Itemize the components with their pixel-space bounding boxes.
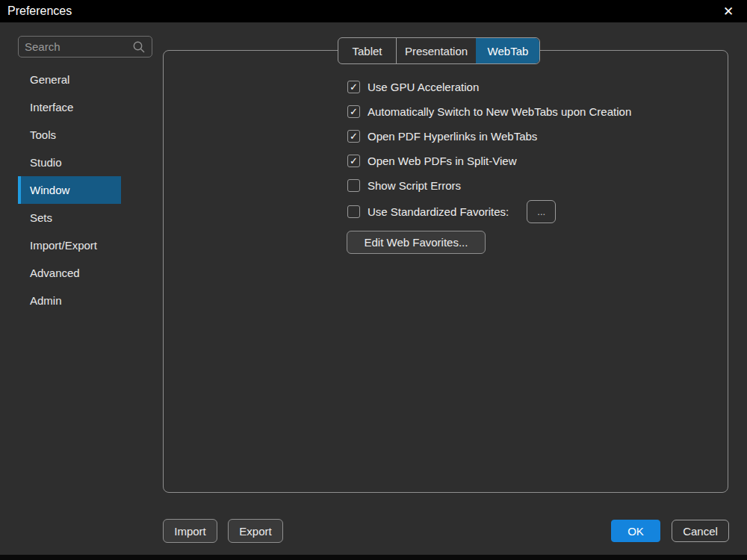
browse-favorites-button[interactable]: ...	[527, 200, 556, 223]
cancel-button[interactable]: Cancel	[672, 520, 729, 542]
sidebar-item-general[interactable]: General	[18, 66, 121, 93]
checkbox-label: Open Web PDFs in Split-View	[368, 155, 517, 167]
sidebar-item-tools[interactable]: Tools	[18, 121, 121, 149]
tab-tablet[interactable]: Tablet	[338, 38, 396, 63]
sidebar-item-interface[interactable]: Interface	[18, 93, 121, 121]
search-box[interactable]	[18, 36, 152, 57]
sidebar-item-window[interactable]: Window	[18, 176, 121, 204]
checkbox-label: Open PDF Hyperlinks in WebTabs	[368, 130, 537, 143]
tab-label: WebTab	[488, 45, 529, 57]
tab-label: Tablet	[352, 45, 382, 57]
checkbox-label: Automatically Switch to New WebTabs upon…	[368, 105, 631, 118]
gpu-acceleration-checkbox[interactable]	[347, 81, 360, 93]
sidebar-item-label: Import/Export	[30, 239, 97, 252]
checkbox-label: Show Script Errors	[368, 179, 461, 192]
web-pdfs-splitview-checkbox[interactable]	[347, 155, 360, 167]
setting-row: Use GPU Acceleration	[347, 75, 631, 99]
tab-webtab[interactable]: WebTab	[476, 38, 539, 63]
webtab-settings: Use GPU Acceleration Automatically Switc…	[347, 75, 631, 225]
export-button[interactable]: Export	[228, 519, 283, 543]
sidebar-item-studio[interactable]: Studio	[18, 149, 121, 176]
import-button[interactable]: Import	[163, 519, 217, 543]
search-icon	[132, 40, 146, 54]
window-title: Preferences	[7, 4, 72, 18]
tab-presentation[interactable]: Presentation	[396, 38, 476, 63]
setting-row: Open Web PDFs in Split-View	[347, 149, 631, 173]
ok-button[interactable]: OK	[611, 520, 660, 542]
checkbox-label: Use Standardized Favorites:	[368, 205, 509, 218]
checkbox-label: Use GPU Acceleration	[368, 81, 479, 93]
title-bar: Preferences ✕	[0, 0, 747, 22]
sidebar-item-label: Sets	[30, 211, 52, 224]
setting-row: Open PDF Hyperlinks in WebTabs	[347, 124, 631, 149]
sidebar-item-sets[interactable]: Sets	[18, 204, 121, 231]
edit-web-favorites-button[interactable]: Edit Web Favorites...	[347, 231, 486, 254]
tab-label: Presentation	[405, 45, 468, 57]
sidebar-item-advanced[interactable]: Advanced	[18, 259, 121, 287]
sidebar-item-label: Tools	[30, 128, 56, 141]
pdf-hyperlinks-checkbox[interactable]	[347, 130, 360, 143]
window-bottom-edge	[0, 555, 747, 560]
auto-switch-webtabs-checkbox[interactable]	[347, 105, 360, 118]
sidebar-item-label: General	[30, 73, 69, 86]
sidebar-item-admin[interactable]: Admin	[18, 287, 121, 314]
setting-row: Show Script Errors	[347, 173, 631, 198]
tab-bar: Tablet Presentation WebTab	[338, 37, 540, 64]
standardized-favorites-checkbox[interactable]	[347, 205, 360, 218]
setting-row: Use Standardized Favorites: ...	[347, 198, 631, 225]
sidebar-item-label: Interface	[30, 101, 73, 113]
sidebar-item-label: Admin	[30, 294, 62, 307]
sidebar-item-label: Window	[30, 184, 69, 196]
sidebar-item-label: Advanced	[30, 267, 80, 279]
script-errors-checkbox[interactable]	[347, 179, 360, 192]
search-input[interactable]	[25, 40, 132, 53]
sidebar-item-label: Studio	[30, 156, 62, 169]
sidebar-nav: General Interface Tools Studio Window Se…	[18, 66, 121, 314]
sidebar-item-import-export[interactable]: Import/Export	[18, 231, 121, 259]
setting-row: Automatically Switch to New WebTabs upon…	[347, 99, 631, 124]
close-icon[interactable]: ✕	[720, 3, 737, 19]
